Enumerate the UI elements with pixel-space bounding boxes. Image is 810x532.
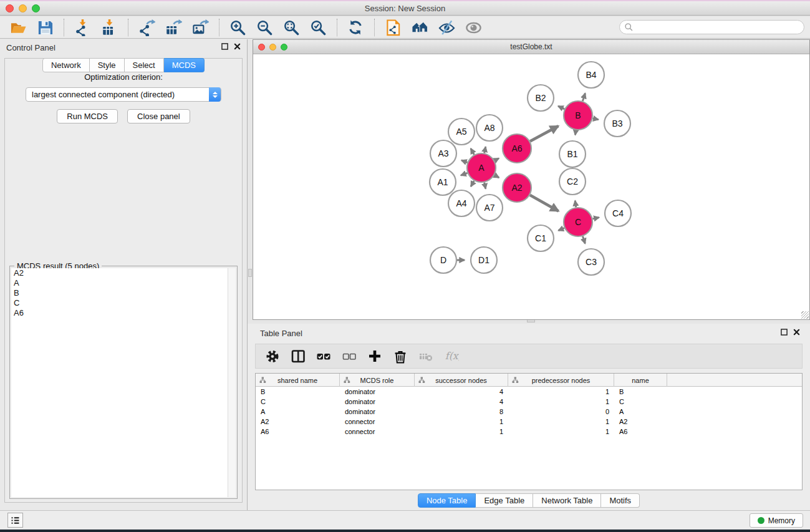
table-cell[interactable]: A6 bbox=[256, 427, 340, 437]
table-cell[interactable]: dominator bbox=[340, 407, 415, 417]
table-cell[interactable]: A2 bbox=[256, 417, 340, 427]
table-cell[interactable]: connector bbox=[340, 427, 415, 437]
table-cell[interactable]: C bbox=[614, 397, 667, 407]
graph-edge-B-B1[interactable] bbox=[575, 130, 576, 135]
save-session-button[interactable] bbox=[36, 19, 54, 37]
table-cell[interactable]: 1 bbox=[508, 427, 614, 437]
graph-edge-C-C1[interactable] bbox=[558, 228, 564, 231]
network-graph[interactable]: B4B2BB3B1A5A8A6A3AA1C2A2A4A7C4CC1C3DD1 bbox=[253, 54, 809, 319]
network-canvas[interactable]: B4B2BB3B1A5A8A6A3AA1C2A2A4A7C4CC1C3DD1 bbox=[253, 54, 809, 319]
table-cell[interactable]: B bbox=[614, 387, 667, 397]
network-window-titlebar[interactable]: testGlobe.txt bbox=[253, 40, 809, 54]
table-cell[interactable]: A2 bbox=[614, 417, 667, 427]
tab-style[interactable]: Style bbox=[90, 58, 125, 72]
table-cell[interactable]: dominator bbox=[340, 397, 415, 407]
deselect-all-button[interactable] bbox=[341, 348, 357, 364]
result-list-item[interactable]: A bbox=[11, 278, 236, 288]
table-row[interactable]: Bdominator41B bbox=[256, 387, 802, 397]
run-mcds-button[interactable]: Run MCDS bbox=[57, 109, 118, 123]
column-header-shared-name[interactable]: shared name bbox=[256, 374, 340, 387]
table-cell[interactable]: dominator bbox=[340, 387, 415, 397]
table-cell[interactable]: connector bbox=[340, 417, 415, 427]
graph-edge-A-A1[interactable] bbox=[461, 173, 467, 175]
result-list-item[interactable]: B bbox=[11, 288, 236, 298]
graph-edge-A-A7[interactable] bbox=[485, 183, 486, 189]
delete-button[interactable] bbox=[392, 348, 408, 364]
graph-edge-A-A5[interactable] bbox=[471, 148, 474, 155]
table-cell[interactable]: A6 bbox=[614, 427, 667, 437]
table-cell[interactable]: 1 bbox=[415, 417, 508, 427]
export-table-button[interactable] bbox=[165, 19, 183, 37]
homes-button[interactable] bbox=[411, 19, 429, 37]
result-list-item[interactable]: C bbox=[11, 298, 236, 308]
close-panel-button[interactable]: Close panel bbox=[127, 109, 190, 123]
tab-select[interactable]: Select bbox=[125, 58, 164, 72]
import-network-button[interactable] bbox=[74, 19, 92, 37]
graph-edge-B-B4[interactable] bbox=[582, 93, 585, 101]
column-header-MCDS-role[interactable]: MCDS role bbox=[340, 374, 415, 387]
column-header-predecessor-nodes[interactable]: predecessor nodes bbox=[508, 374, 614, 387]
table-row[interactable]: Adominator80A bbox=[256, 407, 802, 417]
export-network-button[interactable] bbox=[138, 19, 156, 37]
graph-edge-C-C3[interactable] bbox=[582, 236, 585, 244]
graph-edge-C-C2[interactable] bbox=[575, 201, 576, 208]
column-header-name[interactable]: name bbox=[614, 374, 667, 387]
tab-motifs[interactable]: Motifs bbox=[601, 493, 640, 508]
float-panel-icon[interactable] bbox=[781, 329, 788, 336]
graph-edge-A-A4[interactable] bbox=[471, 181, 474, 186]
result-list-scrollbar[interactable] bbox=[228, 268, 236, 497]
gear-button[interactable] bbox=[264, 348, 281, 364]
table-cell[interactable]: 1 bbox=[508, 387, 614, 397]
table-cell[interactable]: A bbox=[256, 407, 340, 417]
table-cell[interactable]: 4 bbox=[415, 387, 508, 397]
graph-edge-C-C4[interactable] bbox=[592, 218, 599, 219]
graph-edge-B-B3[interactable] bbox=[593, 118, 599, 120]
tab-mcds[interactable]: MCDS bbox=[164, 58, 205, 72]
add-button[interactable] bbox=[367, 348, 383, 364]
memory-button[interactable]: Memory bbox=[750, 513, 803, 528]
column-header-successor-nodes[interactable]: successor nodes bbox=[415, 374, 508, 387]
result-list-item[interactable]: A2 bbox=[11, 268, 236, 278]
graph-edge-A-A8[interactable] bbox=[485, 147, 486, 153]
zoom-out-button[interactable] bbox=[256, 19, 274, 37]
search-field[interactable] bbox=[619, 20, 804, 34]
export-image-button[interactable] bbox=[191, 19, 210, 37]
zoom-selected-button[interactable] bbox=[309, 19, 327, 37]
table-cell[interactable]: 4 bbox=[415, 397, 508, 407]
table-cell[interactable]: B bbox=[256, 387, 340, 397]
table-cell[interactable]: 1 bbox=[508, 417, 614, 427]
table-row[interactable]: Cdominator41C bbox=[256, 397, 802, 407]
import-table-button[interactable] bbox=[100, 19, 118, 37]
window-resize-grip[interactable] bbox=[801, 311, 809, 319]
table-row[interactable]: A2connector11A2 bbox=[256, 417, 802, 427]
open-session-button[interactable] bbox=[9, 19, 27, 37]
table-row[interactable]: A6connector11A6 bbox=[256, 427, 802, 437]
zoom-in-button[interactable] bbox=[229, 19, 247, 37]
result-list-item[interactable]: A6 bbox=[11, 308, 236, 318]
graph-edge-A2-C[interactable] bbox=[530, 195, 559, 211]
network-document-button[interactable] bbox=[384, 19, 402, 37]
select-all-button[interactable] bbox=[316, 348, 332, 364]
table-cell[interactable]: A bbox=[614, 407, 667, 417]
zoom-fit-button[interactable] bbox=[282, 19, 301, 37]
close-panel-icon[interactable] bbox=[234, 43, 241, 50]
table-cell[interactable]: 8 bbox=[415, 407, 508, 417]
tab-network[interactable]: Network bbox=[42, 58, 90, 72]
vertical-splitter-grip[interactable] bbox=[248, 269, 252, 277]
float-panel-icon[interactable] bbox=[221, 43, 228, 50]
show-details-button[interactable] bbox=[465, 19, 483, 37]
columns-button[interactable] bbox=[290, 348, 306, 364]
table-cell[interactable]: 0 bbox=[508, 407, 614, 417]
graph-edge-A-A2[interactable] bbox=[494, 175, 499, 178]
graph-edge-A-A3[interactable] bbox=[461, 160, 468, 163]
table-cell[interactable]: 1 bbox=[508, 397, 614, 407]
search-input[interactable] bbox=[634, 21, 804, 33]
criterion-select[interactable]: largest connected component (directed) bbox=[26, 87, 221, 102]
tab-edge-table[interactable]: Edge Table bbox=[476, 493, 533, 508]
hide-details-button[interactable] bbox=[438, 19, 456, 37]
graph-edge-B-B2[interactable] bbox=[558, 106, 564, 109]
refresh-layout-button[interactable] bbox=[347, 19, 365, 37]
tab-node-table[interactable]: Node Table bbox=[418, 493, 476, 508]
tab-network-table[interactable]: Network Table bbox=[533, 493, 601, 508]
table-cell[interactable]: C bbox=[256, 397, 340, 407]
